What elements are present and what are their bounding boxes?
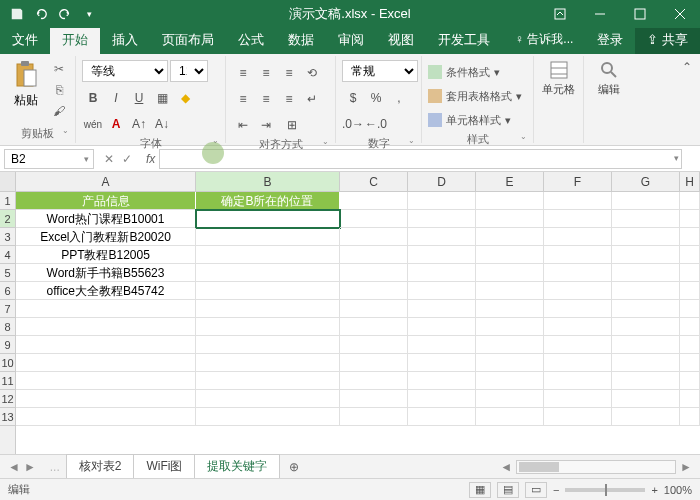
undo-icon[interactable] [30,3,52,25]
row-header-9[interactable]: 9 [0,336,15,354]
row-header-2[interactable]: 2 [0,210,15,228]
cell-A8[interactable] [16,318,196,336]
cell-H1[interactable] [680,192,700,210]
border-button[interactable]: ▦ [151,88,173,108]
align-right-icon[interactable]: ≡ [278,89,300,109]
cell-C3[interactable] [340,228,408,246]
indent-increase-icon[interactable]: ⇥ [255,115,277,135]
cell-C12[interactable] [340,390,408,408]
font-name-select[interactable]: 等线 [82,60,168,82]
login-button[interactable]: 登录 [585,27,635,54]
cell-G9[interactable] [612,336,680,354]
increase-decimal-icon[interactable]: .0→ [342,114,364,134]
cell-A11[interactable] [16,372,196,390]
cell-H12[interactable] [680,390,700,408]
cell-H10[interactable] [680,354,700,372]
row-header-7[interactable]: 7 [0,300,15,318]
cell-E10[interactable] [476,354,544,372]
cell-H8[interactable] [680,318,700,336]
cell-A5[interactable]: Word新手书籍B55623 [16,264,196,282]
cell-A13[interactable] [16,408,196,426]
sheet-nav-prev-icon[interactable]: ◄ [8,460,20,474]
tell-me[interactable]: ♀ 告诉我... [503,27,585,54]
cell-H13[interactable] [680,408,700,426]
row-header-8[interactable]: 8 [0,318,15,336]
cell-A2[interactable]: Word热门课程B10001 [16,210,196,228]
col-header-H[interactable]: H [680,172,700,191]
edit-button[interactable]: 编辑 [590,60,628,97]
cell-E12[interactable] [476,390,544,408]
cell-B7[interactable] [196,300,340,318]
cell-F10[interactable] [544,354,612,372]
cell-G10[interactable] [612,354,680,372]
cell-B2[interactable] [196,210,340,228]
cell-A4[interactable]: PPT教程B12005 [16,246,196,264]
zoom-in-icon[interactable]: + [651,484,657,496]
cell-F6[interactable] [544,282,612,300]
col-header-B[interactable]: B [196,172,340,191]
percent-icon[interactable]: % [365,88,387,108]
cell-G13[interactable] [612,408,680,426]
row-header-5[interactable]: 5 [0,264,15,282]
redo-icon[interactable] [54,3,76,25]
cell-C4[interactable] [340,246,408,264]
cell-F13[interactable] [544,408,612,426]
cell-E7[interactable] [476,300,544,318]
close-icon[interactable] [660,0,700,28]
view-pagelayout-icon[interactable]: ▤ [497,482,519,498]
cell-G3[interactable] [612,228,680,246]
cell-C13[interactable] [340,408,408,426]
wrap-text-icon[interactable]: ↵ [301,89,323,109]
cell-G12[interactable] [612,390,680,408]
cell-E13[interactable] [476,408,544,426]
sheet-tab-2[interactable]: WiFi图 [133,454,195,480]
cell-F7[interactable] [544,300,612,318]
cell-D5[interactable] [408,264,476,282]
cell-D7[interactable] [408,300,476,318]
cells-region[interactable]: 产品信息确定B所在的位置Word热门课程B10001Excel入门教程新B200… [16,192,700,454]
cell-E8[interactable] [476,318,544,336]
add-sheet-icon[interactable]: ⊕ [279,460,309,474]
tab-formulas[interactable]: 公式 [226,27,276,54]
cell-H6[interactable] [680,282,700,300]
row-header-1[interactable]: 1 [0,192,15,210]
indent-decrease-icon[interactable]: ⇤ [232,115,254,135]
col-header-C[interactable]: C [340,172,408,191]
row-header-11[interactable]: 11 [0,372,15,390]
cell-C1[interactable] [340,192,408,210]
row-header-4[interactable]: 4 [0,246,15,264]
cell-F9[interactable] [544,336,612,354]
fill-color-button[interactable]: ◆ [174,88,196,108]
tab-data[interactable]: 数据 [276,27,326,54]
cell-C7[interactable] [340,300,408,318]
zoom-slider[interactable] [565,488,645,492]
cell-E2[interactable] [476,210,544,228]
cell-A10[interactable] [16,354,196,372]
cell-B12[interactable] [196,390,340,408]
cell-E9[interactable] [476,336,544,354]
col-header-E[interactable]: E [476,172,544,191]
cell-F8[interactable] [544,318,612,336]
cell-G5[interactable] [612,264,680,282]
cell-G2[interactable] [612,210,680,228]
italic-button[interactable]: I [105,88,127,108]
cell-H4[interactable] [680,246,700,264]
cell-H5[interactable] [680,264,700,282]
save-icon[interactable] [6,3,28,25]
cell-C10[interactable] [340,354,408,372]
col-header-F[interactable]: F [544,172,612,191]
decrease-decimal-icon[interactable]: ←.0 [365,114,387,134]
row-header-10[interactable]: 10 [0,354,15,372]
cell-style-button[interactable]: 单元格样式 ▾ [428,110,511,130]
cell-E4[interactable] [476,246,544,264]
cell-D8[interactable] [408,318,476,336]
cell-C6[interactable] [340,282,408,300]
ruby-button[interactable]: wén [82,114,104,134]
align-middle-icon[interactable]: ≡ [255,63,277,83]
align-left-icon[interactable]: ≡ [232,89,254,109]
cell-G1[interactable] [612,192,680,210]
cell-D6[interactable] [408,282,476,300]
shrink-font-button[interactable]: A↓ [151,114,173,134]
cell-F3[interactable] [544,228,612,246]
tab-review[interactable]: 审阅 [326,27,376,54]
